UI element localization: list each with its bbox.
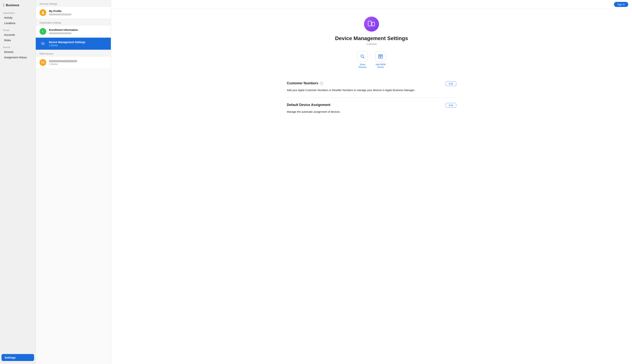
mdm-server-icon: [40, 59, 46, 66]
sidebar-section-devices: Devices Devices Assignment History: [0, 44, 36, 61]
svg-rect-5: [43, 62, 44, 63]
org-section-label: Organization: [0, 11, 36, 15]
show-devices-button[interactable]: ShowDevices: [357, 51, 368, 68]
default-device-assignment-desc: Manage the automatic assignment of devic…: [287, 110, 456, 114]
sidebar-item-roles[interactable]: Roles: [1, 38, 34, 43]
enrollment-info-text: Enrollment Information: [49, 28, 107, 34]
enrollment-info-title: Enrollment Information: [49, 28, 107, 32]
sidebar-item-activity[interactable]: Activity: [1, 15, 34, 20]
customer-numbers-title: Customer Numbers ?: [287, 81, 323, 85]
device-mgmt-icon: [40, 40, 46, 47]
default-device-assignment-header-row: Default Device Assignment Edit: [287, 103, 456, 108]
default-device-assignment-section: Default Device Assignment Edit Manage th…: [287, 98, 456, 119]
search-icon: [360, 54, 365, 59]
svg-line-9: [363, 57, 364, 58]
sidebar-item-devices[interactable]: Devices: [1, 49, 34, 54]
page-title: Device Management Settings: [335, 36, 408, 42]
customer-numbers-section: Customer Numbers ? Edit Add your Apple C…: [287, 76, 456, 98]
device-mgmt-title: Device Management Settings: [49, 41, 107, 44]
mdm-server-subtitle: 1 Device: [49, 63, 107, 66]
add-mdm-server-button[interactable]: Add MDMServer: [375, 51, 386, 68]
sidebar:  Business Organization Activity Locatio…: [0, 0, 36, 364]
enrollment-info-item[interactable]: i Enrollment Information: [36, 26, 111, 38]
my-profile-text: My Profile: [49, 10, 107, 16]
sidebar-section-people: People Accounts Roles: [0, 27, 36, 44]
settings-button[interactable]: Settings: [2, 354, 34, 361]
device-mgmt-item[interactable]: Device Management Settings 1 Device: [36, 38, 111, 50]
middle-panel: Personal Settings My Profile Organizatio…: [36, 0, 111, 364]
sidebar-item-locations[interactable]: Locations: [1, 20, 34, 26]
page-icon: [364, 16, 379, 32]
my-profile-title: My Profile: [49, 10, 107, 12]
mdm-server-item[interactable]: 1 Device: [36, 56, 111, 69]
add-mdm-server-label: Add MDMServer: [376, 63, 386, 68]
mdm-server-text: 1 Device: [49, 60, 107, 66]
show-devices-label: ShowDevices: [358, 63, 367, 68]
app-title: Business: [6, 4, 19, 7]
sidebar-header:  Business: [0, 0, 36, 10]
my-profile-subtitle: [49, 13, 107, 16]
customer-numbers-help-icon[interactable]: ?: [320, 82, 323, 85]
add-mdm-server-icon-container: [375, 51, 386, 62]
customer-numbers-edit-button[interactable]: Edit: [446, 81, 456, 86]
apple-logo-icon: : [3, 3, 4, 7]
sidebar-section-organization: Organization Activity Locations: [0, 10, 36, 27]
device-mgmt-text: Device Management Settings 1 Device: [49, 41, 107, 47]
server-icon: [378, 54, 383, 59]
svg-text:i: i: [42, 30, 42, 33]
enrollment-info-icon: i: [40, 28, 46, 35]
main-header: Sign In: [111, 0, 632, 9]
sidebar-item-accounts[interactable]: Accounts: [1, 32, 34, 38]
device-mgmt-subtitle: 1 Device: [49, 44, 107, 47]
page-subtitle: 1 Device: [366, 42, 376, 46]
svg-rect-6: [368, 21, 371, 26]
my-profile-item[interactable]: My Profile: [36, 6, 111, 19]
svg-point-0: [42, 11, 44, 12]
show-devices-icon-container: [357, 51, 368, 62]
default-device-assignment-title: Default Device Assignment: [287, 103, 330, 107]
main-content: Sign In Device Management Settings 1 Dev…: [111, 0, 632, 364]
sidebar-bottom: Settings: [0, 351, 36, 364]
devices-section-label: Devices: [0, 45, 36, 49]
svg-rect-2: [42, 42, 43, 44]
customer-numbers-desc: Add your Apple Customer Numbers or Resel…: [287, 88, 456, 92]
mdm-servers-header: MDM Servers: [36, 50, 111, 56]
org-settings-header: Organization Settings: [36, 19, 111, 26]
svg-rect-3: [43, 43, 44, 44]
sidebar-item-assignment-history[interactable]: Assignment History: [1, 55, 34, 60]
my-profile-icon: [40, 9, 46, 16]
action-buttons: ShowDevices Add MDMServer: [357, 51, 386, 68]
personal-settings-header: Personal Settings: [36, 0, 111, 6]
default-device-assignment-edit-button[interactable]: Edit: [446, 103, 456, 108]
signin-button[interactable]: Sign In: [614, 2, 628, 7]
people-section-label: People: [0, 28, 36, 32]
enrollment-info-subtitle: [49, 32, 107, 34]
svg-rect-4: [42, 61, 43, 63]
main-body: Device Management Settings 1 Device Show…: [111, 9, 632, 364]
svg-rect-7: [372, 22, 374, 26]
mdm-server-title: [49, 60, 107, 62]
customer-numbers-header-row: Customer Numbers ? Edit: [287, 81, 456, 86]
